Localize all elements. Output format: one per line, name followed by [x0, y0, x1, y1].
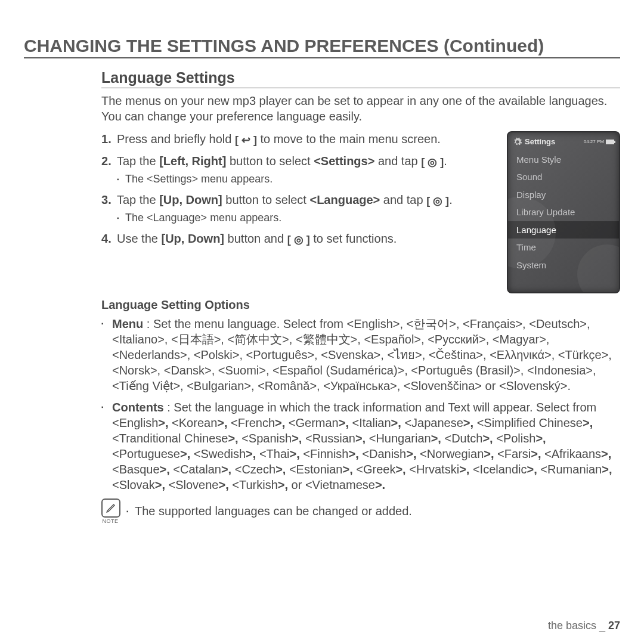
footer-page: 27	[608, 620, 620, 631]
step-item: Press and briefly hold [ ↩ ] to move to …	[101, 131, 496, 147]
options-heading: Language Setting Options	[101, 297, 620, 312]
step-bold: [Left, Right]	[159, 154, 226, 168]
device-screenshot: Settings 04:27 PM Menu StyleSoundDisplay…	[507, 131, 620, 293]
step-sub: The <Language> menu appears.	[117, 211, 496, 225]
option-text: : Set the language in which the track in…	[112, 401, 612, 491]
step-text: and tap	[380, 193, 426, 206]
device-title: Settings	[525, 137, 555, 147]
step-text: and tap	[374, 154, 421, 168]
page-main-title: CHANGING THE SETTINGS AND PREFERENCES (C…	[24, 36, 620, 58]
options-list: Menu : Set the menu language. Select fro…	[101, 316, 620, 493]
step-item: Tap the [Up, Down] button to select <Lan…	[101, 192, 496, 225]
back-icon: [ ↩ ]	[235, 134, 257, 147]
gear-icon	[513, 137, 522, 147]
footer-section: the basics _	[548, 620, 608, 631]
step-text: to set functions.	[310, 232, 397, 245]
device-status: 04:27 PM	[584, 139, 614, 145]
device-menu-item: Menu Style	[508, 151, 619, 169]
step-bold: [Up, Down]	[159, 193, 222, 206]
option-label: Contents	[112, 401, 164, 414]
step-list: Press and briefly hold [ ↩ ] to move to …	[101, 131, 496, 247]
select-icon: [ ◎ ]	[287, 233, 310, 247]
step-text: button to select	[226, 154, 314, 168]
option-item: Menu : Set the menu language. Select fro…	[101, 316, 620, 394]
note-badge: NOTE	[101, 499, 119, 524]
option-item: Contents : Set the language in which the…	[101, 400, 620, 493]
step-text: button to select	[222, 193, 310, 206]
page-footer: the basics _ 27	[548, 620, 620, 632]
step-item: Use the [Up, Down] button and [ ◎ ] to s…	[101, 231, 496, 247]
battery-icon	[606, 140, 614, 144]
step-text: Press and briefly hold	[117, 132, 235, 145]
device-clock: 04:27 PM	[584, 139, 604, 145]
option-label: Menu	[112, 317, 143, 330]
option-text: : Set the menu language. Select from <En…	[112, 317, 612, 392]
step-dot: .	[449, 193, 453, 206]
step-text: Tap the	[117, 154, 159, 168]
intro-text: The menus on your new mp3 player can be …	[101, 93, 620, 124]
step-bold: <Language>	[309, 193, 380, 206]
step-bold: <Settings>	[314, 154, 374, 168]
section-title: Language Settings	[101, 69, 620, 88]
step-text: Tap the	[117, 193, 159, 206]
note-icon	[101, 499, 120, 518]
note-label: NOTE	[101, 518, 119, 524]
select-icon: [ ◎ ]	[426, 194, 449, 208]
note-text: The supported languages can be changed o…	[126, 504, 412, 518]
step-sub: The <Settings> menu appears.	[117, 172, 496, 186]
step-text: to move to the main menu screen.	[257, 132, 441, 145]
step-text: button and	[224, 232, 287, 245]
step-text: Use the	[117, 232, 161, 245]
step-item: Tap the [Left, Right] button to select <…	[101, 153, 496, 186]
step-bold: [Up, Down]	[161, 232, 224, 245]
step-dot: .	[444, 154, 447, 168]
select-icon: [ ◎ ]	[421, 156, 444, 169]
device-menu-item: Sound	[508, 168, 619, 186]
